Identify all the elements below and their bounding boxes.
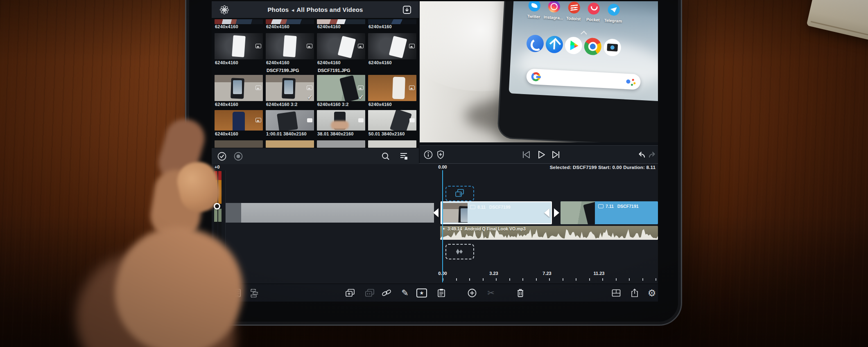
media-thumbnail[interactable] bbox=[266, 19, 314, 24]
photo-badge-icon bbox=[307, 86, 312, 90]
record-voiceover-icon[interactable] bbox=[233, 151, 244, 162]
media-thumbnail[interactable] bbox=[317, 110, 365, 131]
photo-badge-icon bbox=[358, 44, 364, 48]
media-thumbnail[interactable] bbox=[368, 110, 416, 131]
media-thumbnail[interactable] bbox=[266, 33, 314, 59]
audio-track-placeholder[interactable] bbox=[445, 244, 474, 259]
ruler-time-label: 11.23 bbox=[594, 271, 605, 276]
clip2-left-trim-handle[interactable] bbox=[554, 208, 559, 217]
clip2-label: 7.11 DSCF7191 bbox=[598, 204, 639, 209]
effects-star-icon[interactable]: ★ bbox=[416, 288, 427, 298]
photos-source-icon[interactable] bbox=[219, 5, 230, 15]
play-icon[interactable] bbox=[536, 149, 547, 160]
empty-timeline-region[interactable] bbox=[241, 203, 434, 223]
track-editor-icon[interactable] bbox=[231, 288, 242, 298]
media-thumbnail-label: 6240x4160 bbox=[215, 131, 238, 136]
media-library-header: Photos ◂ All Photos and Videos bbox=[212, 1, 419, 18]
add-plus-circle-icon[interactable] bbox=[467, 288, 477, 298]
media-thumbnail[interactable] bbox=[215, 75, 263, 101]
video-preview-viewport: TwitterInstagra...TodoistPocketTelegram bbox=[420, 1, 658, 142]
timeline-ruler[interactable]: 0.003.237.2311.23 bbox=[226, 269, 658, 284]
media-thumbnail[interactable] bbox=[317, 140, 365, 148]
thumbnail-subject-shape bbox=[233, 80, 242, 94]
selected-clip-info: Selected: DSCF7199 Start: 0.00 Duration:… bbox=[550, 165, 656, 170]
media-thumbnail[interactable] bbox=[266, 140, 314, 148]
link-clips-icon[interactable] bbox=[381, 288, 392, 298]
overlay-track-placeholder[interactable] bbox=[445, 186, 474, 201]
media-thumbnail[interactable] bbox=[215, 140, 263, 148]
timeline-left-column: +0 bbox=[212, 170, 226, 284]
media-thumbnail-label: 6240x4160 bbox=[266, 24, 289, 29]
settings-gear-icon[interactable]: ⚙ bbox=[646, 288, 657, 298]
undo-icon[interactable] bbox=[636, 149, 646, 160]
media-thumbnail[interactable] bbox=[368, 33, 416, 59]
safe-area-shield-icon[interactable] bbox=[435, 149, 446, 160]
media-thumbnail-label: 6240x4160 bbox=[368, 102, 392, 107]
timeline-track-head bbox=[226, 203, 241, 223]
delete-trash-icon[interactable] bbox=[515, 288, 526, 298]
ruler-tick bbox=[509, 278, 510, 281]
ruler-tick bbox=[549, 278, 550, 281]
timeline-layers-icon[interactable] bbox=[249, 288, 260, 298]
share-export-icon[interactable] bbox=[629, 288, 640, 298]
playhead[interactable] bbox=[442, 170, 443, 282]
media-thumbnail[interactable] bbox=[266, 110, 314, 131]
breadcrumb-source[interactable]: Photos bbox=[267, 6, 289, 13]
preview-app-icon-telegram bbox=[608, 3, 620, 16]
ruler-tick bbox=[656, 278, 656, 281]
insert-clip-icon[interactable] bbox=[345, 288, 355, 298]
media-thumbnail-label: 6240x4160 bbox=[368, 24, 392, 29]
edit-pencil-icon[interactable]: ✎ bbox=[400, 288, 410, 298]
media-thumbnail[interactable]: ✓ bbox=[266, 75, 314, 101]
clip1-right-trim-handle[interactable] bbox=[544, 208, 549, 217]
timeline-clip-dscf7191[interactable]: 7.11 DSCF7191 bbox=[561, 201, 658, 224]
photo-badge-icon bbox=[409, 86, 415, 90]
media-library-breadcrumb[interactable]: Photos ◂ All Photos and Videos bbox=[212, 6, 419, 13]
clip1-thumbnail bbox=[442, 203, 468, 223]
timeline-clip-dscf7199[interactable]: 8.11 DSCF7199 bbox=[441, 201, 552, 224]
audio-clip-label: 3:49.14 Android Q Final Look VO.mp3 bbox=[442, 226, 526, 231]
media-thumbnail[interactable]: ✓ bbox=[317, 75, 365, 101]
split-scissors-icon[interactable]: ✂ bbox=[486, 288, 496, 298]
clip-info-icon[interactable] bbox=[423, 149, 434, 160]
add-clip-to-timeline-icon[interactable] bbox=[212, 288, 223, 298]
photo-badge-icon bbox=[409, 44, 415, 48]
skip-to-start-icon[interactable] bbox=[521, 149, 531, 160]
sort-list-icon[interactable] bbox=[398, 151, 409, 162]
media-thumbnail[interactable] bbox=[368, 75, 416, 101]
redo-icon[interactable] bbox=[647, 149, 658, 160]
thumbnail-subject-shape bbox=[389, 36, 407, 59]
media-thumbnail[interactable] bbox=[215, 110, 263, 131]
playhead-timecode: 0.00 bbox=[438, 164, 447, 169]
clip2-thumbnail bbox=[561, 201, 595, 224]
media-thumbnail-label: 38.01 3840x2160 bbox=[317, 131, 354, 136]
media-thumbnail[interactable] bbox=[215, 33, 263, 59]
volume-knob[interactable] bbox=[214, 203, 220, 210]
ruler-tick bbox=[616, 278, 617, 281]
replace-clip-icon[interactable] bbox=[364, 288, 375, 298]
clip1-left-trim-handle[interactable] bbox=[433, 208, 439, 217]
preview-android-phone: TwitterInstagra...TodoistPocketTelegram bbox=[497, 1, 658, 142]
clipboard-attributes-icon[interactable] bbox=[436, 288, 447, 298]
search-icon[interactable] bbox=[380, 151, 391, 162]
skip-to-end-icon[interactable] bbox=[551, 149, 561, 160]
thumbnail-subject-shape bbox=[338, 36, 356, 59]
media-thumbnail[interactable] bbox=[368, 140, 416, 148]
ruler-time-label: 3.23 bbox=[489, 271, 498, 276]
ruler-tick bbox=[589, 278, 590, 281]
gain-label: +0 bbox=[215, 164, 220, 169]
media-item-name: DSCF7199.JPG bbox=[267, 68, 299, 73]
timeline-audio-clip[interactable]: 3:49.14 Android Q Final Look VO.mp3 bbox=[440, 226, 658, 240]
google-g-bar bbox=[536, 76, 541, 78]
multi-select-check-icon[interactable] bbox=[217, 151, 227, 162]
media-thumbnail-label: 6240x4160 bbox=[215, 60, 238, 65]
import-icon[interactable] bbox=[402, 5, 412, 15]
media-thumbnail[interactable] bbox=[215, 19, 263, 24]
breadcrumb-album[interactable]: All Photos and Videos bbox=[296, 6, 363, 13]
media-thumbnail[interactable] bbox=[368, 19, 416, 24]
media-thumbnail[interactable] bbox=[317, 19, 365, 24]
speaker-icon[interactable] bbox=[214, 268, 223, 277]
layout-panels-icon[interactable] bbox=[611, 288, 622, 298]
media-thumbnail[interactable] bbox=[317, 33, 365, 59]
thumbnail-subject-shape bbox=[392, 77, 405, 99]
